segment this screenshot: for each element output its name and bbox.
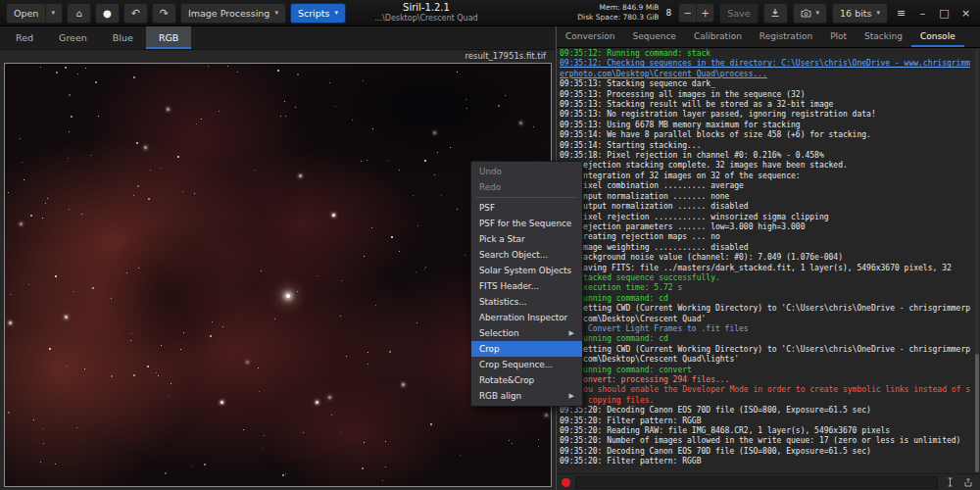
- star: [433, 131, 436, 134]
- tab-stacking[interactable]: Stacking: [856, 25, 911, 47]
- text-cursor-button[interactable]: [943, 476, 956, 488]
- menu-item-solar-system-objects[interactable]: Solar System Objects: [471, 263, 582, 278]
- tab-plot[interactable]: Plot: [821, 25, 856, 47]
- snapshot-button[interactable]: ▾: [793, 3, 828, 24]
- menu-item-rgb-align[interactable]: RGB align▶: [471, 388, 582, 404]
- command-input[interactable]: [575, 476, 938, 489]
- star: [28, 284, 29, 285]
- channel-tab-blue[interactable]: Blue: [100, 25, 146, 49]
- console-line: 09:35:20: Number of images allowed in th…: [560, 436, 973, 446]
- menu-item-crop-sequence[interactable]: Crop Sequence...: [471, 357, 582, 372]
- star: [133, 195, 134, 196]
- console-line: 19: Setting CWD (Current Working Directo…: [560, 345, 973, 366]
- menu-item-label: Aberration Inspector: [479, 313, 567, 322]
- tab-console[interactable]: Console: [911, 25, 964, 47]
- home-button[interactable]: ⌂: [67, 3, 91, 24]
- menu-item-statistics[interactable]: Statistics...: [471, 294, 582, 310]
- export-log-button[interactable]: [961, 476, 975, 488]
- menu-item-label: FITS Header...: [479, 281, 539, 291]
- menu-item-crop[interactable]: Crop: [471, 341, 582, 357]
- download-icon: [770, 8, 780, 18]
- star: [282, 474, 284, 476]
- star: [352, 120, 353, 121]
- channel-tab-rgb[interactable]: RGB: [146, 25, 191, 49]
- star: [413, 195, 414, 196]
- chevron-down-icon[interactable]: ▾: [45, 4, 55, 23]
- menu-item-psf[interactable]: PSF: [471, 200, 582, 216]
- star: [65, 67, 67, 69]
- plus-button[interactable]: +: [696, 4, 713, 22]
- close-button[interactable]: ×: [957, 4, 974, 23]
- image-processing-button[interactable]: Image Processing ▾: [180, 3, 286, 24]
- star: [285, 116, 286, 117]
- star: [95, 81, 97, 83]
- star: [161, 168, 162, 169]
- tab-registration[interactable]: Registration: [751, 25, 821, 47]
- star: [284, 101, 285, 102]
- star: [90, 155, 91, 156]
- star: [364, 256, 365, 257]
- console-line: 19: Pixel rejection ........... winsoriz…: [560, 213, 973, 222]
- console-scrollbar-thumb[interactable]: [975, 354, 979, 472]
- close-icon: ×: [961, 7, 970, 20]
- menu-item-label: RGB align: [479, 391, 521, 401]
- star: [466, 108, 467, 109]
- menu-item-undo[interactable]: Undo: [471, 164, 582, 179]
- console-line: 19: Creating rejection maps ... no: [560, 232, 973, 242]
- star: [138, 268, 139, 269]
- chevron-down-icon[interactable]: ▾: [816, 10, 820, 17]
- star: [9, 321, 12, 324]
- console-line: 09:35:12: Running command: stack: [560, 49, 973, 59]
- minimize-button[interactable]: –: [914, 4, 931, 23]
- star: [150, 170, 151, 171]
- save-as-button[interactable]: [763, 3, 788, 24]
- menu-item-selection[interactable]: Selection▶: [471, 325, 582, 341]
- menu-item-aberration-inspector[interactable]: Aberration Inspector: [471, 310, 582, 325]
- memory-usage: Mem: 846.9 MiB: [577, 3, 659, 13]
- tab-conversion[interactable]: Conversion: [557, 25, 623, 47]
- maximize-button[interactable]: □: [936, 4, 953, 23]
- star: [299, 174, 302, 177]
- hamburger-icon: ≡: [897, 7, 906, 20]
- menu-item-search-object[interactable]: Search Object...: [471, 247, 582, 263]
- thread-counter: 8: [663, 8, 673, 18]
- tab-sequence[interactable]: Sequence: [623, 25, 684, 47]
- tab-calibration[interactable]: Calibration: [685, 25, 751, 47]
- show-original-button[interactable]: ●: [95, 3, 120, 24]
- console-log[interactable]: 09:35:12: Running command: stack09:35:12…: [557, 47, 974, 474]
- console-scrollbar[interactable]: [975, 49, 979, 472]
- star: [328, 396, 331, 399]
- hamburger-menu-button[interactable]: ≡: [893, 4, 909, 23]
- menu-item-psf-for-the-sequence[interactable]: PSF for the Sequence: [471, 216, 582, 231]
- menu-item-fits-header[interactable]: FITS Header...: [471, 278, 582, 294]
- star: [8, 412, 10, 414]
- channel-tab-red[interactable]: Red: [3, 25, 46, 49]
- save-button[interactable]: Save: [719, 3, 758, 24]
- context-menu: UndoRedoPSFPSF for the SequencePick a St…: [470, 161, 583, 407]
- console-line: 09:35:20: Decoding Canon EOS 70D file (I…: [560, 406, 973, 416]
- star: [222, 326, 223, 327]
- open-button[interactable]: Open ▾: [6, 3, 63, 24]
- star: [382, 480, 383, 481]
- menu-item-pick-a-star[interactable]: Pick a Star: [471, 231, 582, 247]
- minimize-icon: –: [920, 7, 926, 20]
- channel-tab-green[interactable]: Green: [46, 25, 100, 49]
- star: [316, 401, 318, 404]
- menu-item-rotate-crop[interactable]: Rotate&Crop: [471, 372, 582, 388]
- open-button-label: Open: [14, 8, 38, 19]
- star: [385, 466, 386, 467]
- star: [362, 467, 364, 469]
- star: [71, 116, 73, 118]
- star: [208, 66, 209, 67]
- console-line: 19: Setting CWD (Current Working Directo…: [560, 304, 973, 324]
- redo-button[interactable]: ↷: [152, 3, 176, 24]
- console-line: 09:35:20: Filter pattern: RGGB: [560, 416, 973, 426]
- star: [169, 395, 170, 396]
- minus-button[interactable]: −: [679, 4, 696, 22]
- star: [42, 218, 43, 219]
- star: [402, 383, 405, 386]
- undo-button[interactable]: ↶: [123, 3, 148, 24]
- menu-item-redo[interactable]: Redo: [471, 179, 582, 195]
- star: [65, 316, 68, 318]
- bit-depth-select[interactable]: 16 bits ▾: [832, 3, 888, 24]
